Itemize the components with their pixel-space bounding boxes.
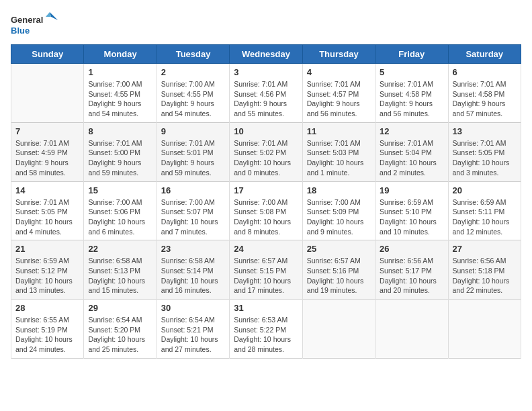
day-number: 11 (307, 126, 371, 136)
calendar-cell: 31Sunrise: 6:53 AMSunset: 5:22 PMDayligh… (230, 300, 302, 359)
day-info: Sunrise: 7:01 AMSunset: 5:00 PMDaylight:… (88, 138, 152, 178)
calendar-cell: 19Sunrise: 6:59 AMSunset: 5:10 PMDayligh… (375, 181, 448, 240)
calendar-week-row: 1Sunrise: 7:00 AMSunset: 4:55 PMDaylight… (11, 64, 521, 123)
svg-marker-2 (50, 12, 58, 20)
calendar-week-row: 21Sunrise: 6:59 AMSunset: 5:12 PMDayligh… (11, 240, 521, 300)
calendar-table: SundayMondayTuesdayWednesdayThursdayFrid… (11, 44, 521, 359)
day-info: Sunrise: 7:01 AMSunset: 5:01 PMDaylight:… (161, 138, 225, 178)
day-number: 13 (453, 126, 517, 136)
day-info: Sunrise: 7:01 AMSunset: 5:04 PMDaylight:… (380, 138, 443, 178)
day-info: Sunrise: 6:57 AMSunset: 5:15 PMDaylight:… (234, 256, 298, 295)
day-info: Sunrise: 6:54 AMSunset: 5:21 PMDaylight:… (161, 315, 225, 355)
day-number: 12 (380, 126, 443, 136)
calendar-cell: 3Sunrise: 7:01 AMSunset: 4:56 PMDaylight… (230, 64, 302, 123)
day-number: 1 (88, 67, 152, 77)
calendar-cell: 9Sunrise: 7:01 AMSunset: 5:01 PMDaylight… (157, 122, 229, 181)
day-number: 7 (15, 126, 79, 136)
calendar-cell (302, 300, 375, 359)
day-info: Sunrise: 6:59 AMSunset: 5:12 PMDaylight:… (15, 256, 79, 295)
day-info: Sunrise: 7:00 AMSunset: 5:06 PMDaylight:… (88, 197, 152, 237)
calendar-week-row: 7Sunrise: 7:01 AMSunset: 4:59 PMDaylight… (11, 122, 521, 181)
logo: General Blue (11, 11, 58, 38)
day-info: Sunrise: 7:01 AMSunset: 4:57 PMDaylight:… (307, 79, 371, 119)
calendar-cell: 4Sunrise: 7:01 AMSunset: 4:57 PMDaylight… (302, 64, 375, 123)
calendar-cell: 28Sunrise: 6:55 AMSunset: 5:19 PMDayligh… (11, 300, 84, 359)
day-number: 2 (161, 67, 225, 77)
calendar-cell: 11Sunrise: 7:01 AMSunset: 5:03 PMDayligh… (302, 122, 375, 181)
weekday-header-thursday: Thursday (302, 45, 375, 64)
calendar-cell: 30Sunrise: 6:54 AMSunset: 5:21 PMDayligh… (157, 300, 229, 359)
svg-text:General: General (11, 15, 43, 25)
weekday-header-tuesday: Tuesday (157, 45, 229, 64)
weekday-header-wednesday: Wednesday (230, 45, 302, 64)
day-info: Sunrise: 6:58 AMSunset: 5:13 PMDaylight:… (88, 256, 152, 295)
day-info: Sunrise: 6:56 AMSunset: 5:18 PMDaylight:… (453, 256, 517, 295)
day-number: 8 (88, 126, 152, 136)
day-info: Sunrise: 7:01 AMSunset: 4:58 PMDaylight:… (453, 79, 517, 119)
day-number: 30 (161, 303, 225, 313)
weekday-header-saturday: Saturday (448, 45, 521, 64)
calendar-cell: 27Sunrise: 6:56 AMSunset: 5:18 PMDayligh… (448, 240, 521, 300)
calendar-cell: 12Sunrise: 7:01 AMSunset: 5:04 PMDayligh… (375, 122, 448, 181)
calendar-cell: 26Sunrise: 6:56 AMSunset: 5:17 PMDayligh… (375, 240, 448, 300)
day-number: 6 (453, 67, 517, 77)
day-number: 26 (380, 244, 443, 254)
day-info: Sunrise: 6:58 AMSunset: 5:14 PMDaylight:… (161, 256, 225, 295)
calendar-cell: 16Sunrise: 7:00 AMSunset: 5:07 PMDayligh… (157, 181, 229, 240)
day-info: Sunrise: 7:01 AMSunset: 5:05 PMDaylight:… (15, 197, 79, 237)
logo-svg: General Blue (11, 11, 58, 38)
header: General Blue (11, 11, 521, 38)
day-info: Sunrise: 6:59 AMSunset: 5:10 PMDaylight:… (380, 197, 443, 237)
calendar-cell: 22Sunrise: 6:58 AMSunset: 5:13 PMDayligh… (84, 240, 157, 300)
day-info: Sunrise: 7:01 AMSunset: 4:59 PMDaylight:… (15, 138, 79, 178)
calendar-week-row: 14Sunrise: 7:01 AMSunset: 5:05 PMDayligh… (11, 181, 521, 240)
calendar-cell: 25Sunrise: 6:57 AMSunset: 5:16 PMDayligh… (302, 240, 375, 300)
calendar-cell: 13Sunrise: 7:01 AMSunset: 5:05 PMDayligh… (448, 122, 521, 181)
day-number: 18 (307, 185, 371, 195)
day-info: Sunrise: 6:53 AMSunset: 5:22 PMDaylight:… (234, 315, 298, 355)
day-info: Sunrise: 7:01 AMSunset: 5:03 PMDaylight:… (307, 138, 371, 178)
day-number: 3 (234, 67, 298, 77)
day-info: Sunrise: 7:00 AMSunset: 5:09 PMDaylight:… (307, 197, 371, 237)
day-info: Sunrise: 6:54 AMSunset: 5:20 PMDaylight:… (88, 315, 152, 355)
day-info: Sunrise: 6:57 AMSunset: 5:16 PMDaylight:… (307, 256, 371, 295)
day-number: 5 (380, 67, 443, 77)
calendar-cell (11, 64, 84, 123)
calendar-cell: 6Sunrise: 7:01 AMSunset: 4:58 PMDaylight… (448, 64, 521, 123)
day-info: Sunrise: 7:00 AMSunset: 4:55 PMDaylight:… (161, 79, 225, 119)
day-number: 24 (234, 244, 298, 254)
calendar-cell: 7Sunrise: 7:01 AMSunset: 4:59 PMDaylight… (11, 122, 84, 181)
calendar-cell: 29Sunrise: 6:54 AMSunset: 5:20 PMDayligh… (84, 300, 157, 359)
calendar-cell: 15Sunrise: 7:00 AMSunset: 5:06 PMDayligh… (84, 181, 157, 240)
day-info: Sunrise: 6:59 AMSunset: 5:11 PMDaylight:… (453, 197, 517, 237)
weekday-header-sunday: Sunday (11, 45, 84, 64)
day-info: Sunrise: 7:01 AMSunset: 4:56 PMDaylight:… (234, 79, 298, 119)
day-info: Sunrise: 7:01 AMSunset: 5:02 PMDaylight:… (234, 138, 298, 178)
day-number: 4 (307, 67, 371, 77)
calendar-cell: 14Sunrise: 7:01 AMSunset: 5:05 PMDayligh… (11, 181, 84, 240)
weekday-header-row: SundayMondayTuesdayWednesdayThursdayFrid… (11, 45, 521, 64)
weekday-header-friday: Friday (375, 45, 448, 64)
day-number: 19 (380, 185, 443, 195)
calendar-cell: 24Sunrise: 6:57 AMSunset: 5:15 PMDayligh… (230, 240, 302, 300)
calendar-cell: 20Sunrise: 6:59 AMSunset: 5:11 PMDayligh… (448, 181, 521, 240)
calendar-week-row: 28Sunrise: 6:55 AMSunset: 5:19 PMDayligh… (11, 300, 521, 359)
calendar-cell: 10Sunrise: 7:01 AMSunset: 5:02 PMDayligh… (230, 122, 302, 181)
day-number: 10 (234, 126, 298, 136)
day-number: 17 (234, 185, 298, 195)
day-info: Sunrise: 7:00 AMSunset: 5:08 PMDaylight:… (234, 197, 298, 237)
day-number: 9 (161, 126, 225, 136)
calendar-cell: 21Sunrise: 6:59 AMSunset: 5:12 PMDayligh… (11, 240, 84, 300)
calendar-cell: 2Sunrise: 7:00 AMSunset: 4:55 PMDaylight… (157, 64, 229, 123)
calendar-cell: 18Sunrise: 7:00 AMSunset: 5:09 PMDayligh… (302, 181, 375, 240)
day-info: Sunrise: 7:00 AMSunset: 4:55 PMDaylight:… (88, 79, 152, 119)
day-info: Sunrise: 7:00 AMSunset: 5:07 PMDaylight:… (161, 197, 225, 237)
day-info: Sunrise: 6:56 AMSunset: 5:17 PMDaylight:… (380, 256, 443, 295)
calendar-cell: 1Sunrise: 7:00 AMSunset: 4:55 PMDaylight… (84, 64, 157, 123)
calendar-cell: 23Sunrise: 6:58 AMSunset: 5:14 PMDayligh… (157, 240, 229, 300)
calendar-cell: 17Sunrise: 7:00 AMSunset: 5:08 PMDayligh… (230, 181, 302, 240)
day-number: 20 (453, 185, 517, 195)
day-info: Sunrise: 6:55 AMSunset: 5:19 PMDaylight:… (15, 315, 79, 355)
day-number: 15 (88, 185, 152, 195)
day-number: 16 (161, 185, 225, 195)
